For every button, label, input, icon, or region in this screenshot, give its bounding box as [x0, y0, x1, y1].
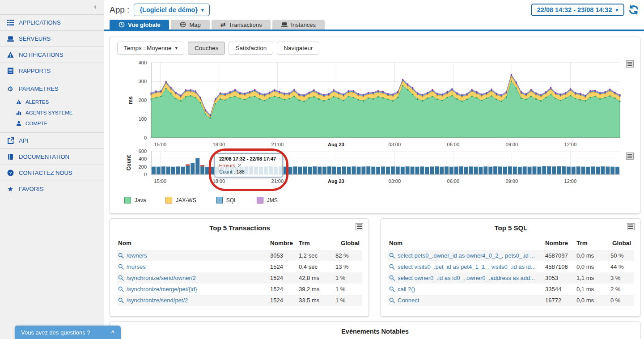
transaction-link[interactable]: /nurses — [118, 263, 267, 270]
legend-item-jaxws: JAX-WS — [165, 197, 196, 203]
tab-label: Map — [189, 21, 200, 28]
time-mode-label: Temps : Moyenne — [124, 45, 172, 51]
svg-text:06:00: 06:00 — [447, 142, 460, 147]
sidebar-item-label: COMPTE — [25, 121, 47, 126]
svg-text:18:00: 18:00 — [213, 142, 225, 147]
top5-sql-card: Top 5 SQL Nom Nombre Trm Global — [381, 218, 640, 317]
content: Temps : Moyenne ▾ Couches Satisfaction N… — [104, 31, 644, 339]
chart-tooltip: 22/08 17:32 - 22/08 17:47 Erreurs: 2 Cou… — [214, 153, 283, 178]
tab-label: Vue globale — [128, 21, 160, 28]
sidebar-item-parametres[interactable]: ⚙ PARAMETRES — [0, 81, 104, 97]
sidebar-item-label: RAPPORTS — [19, 68, 51, 74]
user-icon — [15, 121, 22, 126]
main-area: App : {Logiciel de démo} ▾ 22/08 14:32 -… — [104, 0, 644, 339]
sql-swatch — [216, 197, 223, 203]
table-row: select pets0_.owner_id as owner4_0_2_, p… — [388, 250, 634, 261]
sidebar-item-notifications[interactable]: NOTIFICATIONS — [0, 47, 104, 63]
svg-text:Aug 23: Aug 23 — [328, 178, 344, 184]
response-time-area-chart[interactable]: 15:0018:0021:00Aug 2303:0006:0009:0012:0… — [110, 60, 640, 148]
table-view-icon[interactable] — [356, 223, 363, 232]
export-icon — [6, 137, 14, 144]
svg-text:06:00: 06:00 — [447, 178, 460, 184]
transaction-link[interactable]: /synchronize/send/owner/2 — [118, 275, 267, 281]
date-range-value: 22/08 14:32 - 23/08 14:32 — [537, 6, 612, 13]
sidebar-item-label: SERVEURS — [19, 35, 51, 42]
sidebar-item-label: APPLICATIONS — [19, 19, 61, 26]
sidebar-item-contactez-nous[interactable]: ? CONTACTEZ NOUS — [0, 165, 104, 181]
svg-text:400: 400 — [139, 60, 147, 65]
chevron-down-icon: ▾ — [175, 45, 178, 51]
table-title: Top 5 Transactions — [117, 224, 362, 232]
sql-link[interactable]: select visits0_.pet_id as pet4_1_1_, vis… — [389, 263, 542, 270]
col-header-trm: Trm — [576, 238, 610, 250]
tab-transactions[interactable]: ⇄ Transactions — [212, 20, 271, 30]
app-selector-value: {Logiciel de démo} — [140, 6, 198, 13]
sidebar-item-documentation[interactable]: DOCUMENTATION — [0, 149, 104, 165]
sidebar-item-applications[interactable]: APPLICATIONS — [0, 15, 104, 30]
sidebar-item-label: NOTIFICATIONS — [19, 51, 63, 58]
sql-link[interactable]: select owner0_.id as id0_, owner0_.addre… — [389, 275, 542, 281]
sidebar-item-api[interactable]: API — [0, 133, 104, 148]
refresh-icon[interactable] — [628, 4, 640, 16]
sidebar-collapse-icon[interactable]: ‹ — [94, 2, 97, 11]
table-row: /nurses 1524 0,4 sec 13 % — [117, 261, 362, 272]
table-row: /synchronize/send/pet/2 1524 33,5 ms 1 % — [117, 295, 362, 306]
legend-label: JAX-WS — [176, 197, 196, 203]
sql-link[interactable]: Connect — [389, 297, 542, 304]
sidebar-item-alertes[interactable]: ALERTES — [0, 97, 104, 107]
request-count-bar-chart[interactable]: 15:0018:0021:00Aug 2303:0006:0009:0012:0… — [110, 148, 640, 185]
svg-text:21:00: 21:00 — [271, 178, 284, 184]
svg-text:18:00: 18:00 — [213, 178, 225, 184]
tab-instances[interactable]: Instances — [272, 20, 325, 30]
jaxws-swatch — [165, 197, 172, 203]
col-header-nom: Nom — [117, 238, 269, 250]
swap-arrows-icon: ⇄ — [220, 21, 226, 28]
time-mode-dropdown[interactable]: Temps : Moyenne ▾ — [117, 42, 184, 55]
transaction-link[interactable]: /synchronize/send/pet/2 — [118, 297, 267, 304]
table-title: Top 5 SQL — [388, 224, 634, 232]
satisfaction-button[interactable]: Satisfaction — [229, 42, 273, 55]
chat-widget[interactable]: Vous avez des questions ? ^ — [15, 326, 121, 339]
sql-link[interactable]: select pets0_.owner_id as owner4_0_2_, p… — [389, 252, 542, 259]
sidebar-item-favoris[interactable]: ★ FAVORIS — [0, 181, 104, 197]
col-header-nom: Nom — [388, 238, 544, 250]
svg-text:03:00: 03:00 — [389, 178, 401, 184]
table-view-icon[interactable] — [627, 223, 635, 232]
tab-vue-globale[interactable]: Vue globale — [110, 20, 169, 30]
warning-icon — [15, 99, 22, 105]
svg-text:100: 100 — [139, 116, 147, 122]
tab-label: Transactions — [229, 21, 262, 28]
date-range-button[interactable]: 22/08 14:32 - 23/08 14:32 ▾ — [531, 4, 624, 16]
sql-link[interactable]: call ?() — [389, 286, 542, 292]
svg-text:Aug 23: Aug 23 — [328, 142, 344, 147]
legend-label: JMS — [267, 197, 278, 203]
svg-text:15:00: 15:00 — [154, 142, 167, 147]
sidebar-item-agents-systeme[interactable]: AGENTS SYSTEME — [0, 107, 104, 118]
globe-icon — [180, 21, 186, 28]
tooltip-count-value: 188 — [237, 169, 245, 174]
tab-bar: Vue globale Map ⇄ Transactions Instances — [104, 20, 644, 31]
sidebar-item-rapports[interactable]: RAPPORTS — [0, 63, 104, 79]
transaction-link[interactable]: /synchronize/merge/pet/{id} — [118, 286, 267, 292]
app-selector[interactable]: {Logiciel de démo} ▾ — [134, 4, 209, 16]
tab-map[interactable]: Map — [171, 20, 209, 30]
svg-text:ms: ms — [127, 96, 134, 104]
sidebar-item-compte[interactable]: COMPTE — [0, 118, 104, 129]
transaction-link[interactable]: /owners — [118, 252, 267, 259]
notable-events-card: Evènements Notables — [110, 321, 640, 339]
table-view-icon[interactable] — [626, 60, 634, 69]
table-row: select visits0_.pet_id as pet4_1_1_, vis… — [388, 261, 634, 272]
jms-swatch — [257, 197, 263, 203]
svg-text:15:00: 15:00 — [154, 178, 167, 184]
tooltip-time-range: 22/08 17:32 - 22/08 17:47 — [219, 156, 278, 161]
sidebar-item-serveurs[interactable]: SERVEURS — [0, 31, 104, 47]
tooltip-errors-value: 2 — [238, 163, 241, 168]
col-header-nombre: Nombre — [269, 238, 298, 250]
col-header-global: Global — [335, 238, 362, 250]
legend-item-jms: JMS — [257, 197, 278, 203]
table-view-icon[interactable] — [626, 153, 634, 161]
navigateur-button[interactable]: Navigateur — [277, 42, 319, 55]
couches-button[interactable]: Couches — [188, 42, 225, 55]
table-row: /synchronize/send/owner/2 1524 42,8 ms 1… — [117, 272, 362, 284]
sidebar-item-label: AGENTS SYSTEME — [25, 110, 72, 115]
